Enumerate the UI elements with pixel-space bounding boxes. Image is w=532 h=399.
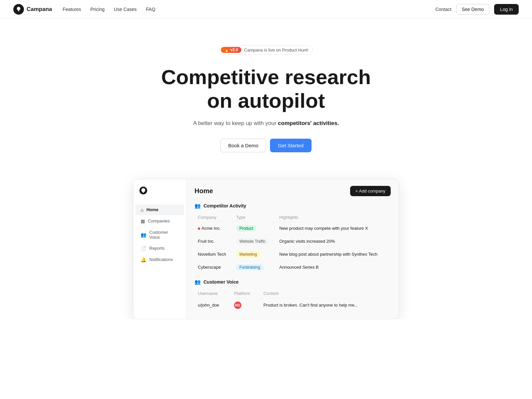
table-row[interactable]: Fruit Inc. Website Traffic Organic visit… bbox=[195, 235, 391, 248]
nav-link-faq[interactable]: FAQ bbox=[146, 7, 155, 12]
dot-red bbox=[198, 227, 200, 230]
app-main-title: Home bbox=[195, 187, 213, 195]
version-tag-text: 🔥 v2.0 bbox=[224, 48, 238, 52]
company-cell: Cyberscape bbox=[195, 261, 233, 274]
home-icon: ⌂ bbox=[141, 207, 143, 212]
hero-subtitle: A better way to keep up with your compet… bbox=[193, 120, 339, 127]
nav-link-use-cases[interactable]: Use Cases bbox=[114, 7, 137, 12]
customer-voice-title: Customer Voice bbox=[203, 279, 239, 285]
table-row[interactable]: Novellum Tech Marketing New blog post ab… bbox=[195, 248, 391, 261]
sidebar-item-customer-voice[interactable]: 👥 Customer Voice bbox=[135, 227, 184, 242]
col-platform: Platform bbox=[231, 289, 260, 298]
app-sidebar: ⌂ Home ▦ Companies 👥 Customer Voice 📄 Re… bbox=[133, 179, 187, 319]
sidebar-item-home[interactable]: ⌂ Home bbox=[135, 204, 184, 215]
col-content: Content bbox=[260, 289, 391, 298]
sidebar-label-home: Home bbox=[146, 207, 158, 212]
nav-link-features[interactable]: Features bbox=[63, 7, 81, 12]
type-badge: Marketing bbox=[236, 251, 260, 257]
book-demo-button[interactable]: Book a Demo bbox=[220, 139, 266, 152]
competitor-activity-section: 👥 Competitor Activity bbox=[195, 203, 391, 209]
nav-right: Contact See Demo Log in bbox=[435, 4, 519, 15]
platform-cell: RD bbox=[231, 298, 260, 312]
logo-icon bbox=[13, 4, 24, 15]
see-demo-button[interactable]: See Demo bbox=[456, 4, 489, 15]
version-message: Campana is live on Product Hunt! bbox=[244, 48, 309, 53]
hero-title-line2: on autopilot bbox=[207, 89, 325, 112]
sidebar-item-notifications[interactable]: 🔔 Notifications bbox=[135, 254, 184, 265]
nav-link-pricing[interactable]: Pricing bbox=[90, 7, 105, 12]
col-highlights: Highlights bbox=[276, 213, 391, 222]
sidebar-logo bbox=[133, 186, 186, 204]
nav-logo[interactable]: Campana bbox=[13, 4, 52, 15]
version-tag: 🔥 v2.0 bbox=[221, 47, 241, 53]
competitor-activity-title: Competitor Activity bbox=[203, 203, 246, 208]
type-badge: Product bbox=[236, 225, 256, 231]
highlights-cell: New blog post about partnership with Syn… bbox=[276, 248, 391, 261]
customer-voice-icon: 👥 bbox=[141, 232, 146, 237]
add-company-button[interactable]: + Add company bbox=[350, 186, 391, 196]
hero-section: 🔥 v2.0 Campana is live on Product Hunt! … bbox=[0, 19, 532, 166]
sidebar-label-companies: Companies bbox=[148, 218, 170, 223]
company-cell: Fruit Inc. bbox=[195, 235, 233, 248]
companies-icon: ▦ bbox=[141, 218, 145, 224]
app-preview: ⌂ Home ▦ Companies 👥 Customer Voice 📄 Re… bbox=[0, 166, 532, 319]
customer-voice-table: Username Platform Content u/john_doe RD … bbox=[195, 289, 391, 312]
col-company: Company bbox=[195, 213, 233, 222]
highlights-cell: Organic visits increased 20% bbox=[276, 235, 391, 248]
hero-title-line1: Competitive research bbox=[161, 66, 371, 88]
competitor-activity-table: Company Type Highlights Acme Inc. Produc… bbox=[195, 213, 391, 274]
platform-badge: RD bbox=[234, 302, 241, 309]
table-row[interactable]: Acme Inc. Product New product may compet… bbox=[195, 222, 391, 235]
col-type: Type bbox=[233, 213, 276, 222]
hero-title: Competitive research on autopilot bbox=[161, 65, 371, 113]
highlights-cell: New product may compete with your featur… bbox=[276, 222, 391, 235]
app-main-header: Home + Add company bbox=[195, 186, 391, 196]
sidebar-label-customer-voice: Customer Voice bbox=[149, 230, 179, 240]
highlights-cell: Announced Series B bbox=[276, 261, 391, 274]
nav-links: Features Pricing Use Cases FAQ bbox=[63, 7, 156, 12]
content-cell: Product is broken. Can't find anyone to … bbox=[260, 298, 391, 312]
type-badge: Website Traffic bbox=[236, 238, 269, 244]
type-cell: Website Traffic bbox=[233, 235, 276, 248]
version-badge[interactable]: 🔥 v2.0 Campana is live on Product Hunt! bbox=[219, 45, 313, 55]
app-main: Home + Add company 👥 Competitor Activity… bbox=[187, 179, 399, 319]
sidebar-label-reports: Reports bbox=[149, 246, 165, 251]
hero-subtitle-plain: A better way to keep up with your bbox=[193, 120, 278, 126]
customer-voice-section: 👥 Customer Voice bbox=[195, 279, 391, 285]
contact-button[interactable]: Contact bbox=[435, 7, 451, 12]
type-cell: Marketing bbox=[233, 248, 276, 261]
table-row[interactable]: Cyberscape Fundraising Announced Series … bbox=[195, 261, 391, 274]
nav-left: Campana Features Pricing Use Cases FAQ bbox=[13, 4, 155, 15]
reports-icon: 📄 bbox=[141, 246, 146, 251]
hero-subtitle-bold: competitors' activities. bbox=[278, 120, 339, 126]
logo-text: Campana bbox=[27, 6, 52, 13]
company-cell: Acme Inc. bbox=[195, 222, 233, 235]
type-cell: Product bbox=[233, 222, 276, 235]
type-badge: Fundraising bbox=[236, 264, 264, 270]
competitor-activity-icon: 👥 bbox=[195, 203, 201, 209]
sidebar-item-reports[interactable]: 📄 Reports bbox=[135, 243, 184, 254]
list-item[interactable]: u/john_doe RD Product is broken. Can't f… bbox=[195, 298, 391, 312]
username-cell: u/john_doe bbox=[195, 298, 231, 312]
app-window: ⌂ Home ▦ Companies 👥 Customer Voice 📄 Re… bbox=[133, 179, 399, 319]
notifications-icon: 🔔 bbox=[141, 257, 146, 262]
sidebar-item-companies[interactable]: ▦ Companies bbox=[135, 216, 184, 226]
login-button[interactable]: Log in bbox=[494, 4, 519, 15]
navbar: Campana Features Pricing Use Cases FAQ C… bbox=[0, 0, 532, 19]
get-started-button[interactable]: Get Started bbox=[270, 139, 312, 152]
hero-buttons: Book a Demo Get Started bbox=[220, 139, 312, 152]
sidebar-label-notifications: Notifications bbox=[149, 257, 173, 262]
company-cell: Novellum Tech bbox=[195, 248, 233, 261]
type-cell: Fundraising bbox=[233, 261, 276, 274]
customer-voice-icon2: 👥 bbox=[195, 279, 201, 285]
col-username: Username bbox=[195, 289, 231, 298]
